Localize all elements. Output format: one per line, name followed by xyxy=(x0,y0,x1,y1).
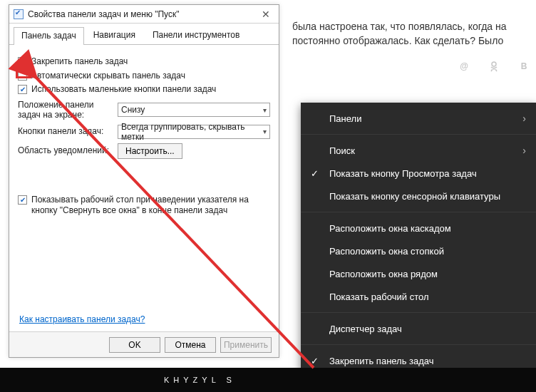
configure-button[interactable]: Настроить... xyxy=(118,143,182,159)
menu-label: Закрепить панель задач xyxy=(329,356,434,366)
dialog-titlebar[interactable]: Свойства панели задач и меню "Пуск" ✕ xyxy=(9,5,279,24)
select-buttons[interactable]: Всегда группировать, скрывать метки ▾ xyxy=(118,125,270,139)
checkbox-peek-desktop[interactable]: Показывать рабочий стол при наведении ук… xyxy=(18,195,270,217)
menu-label: Расположить окна рядом xyxy=(329,269,438,279)
tab-taskbar[interactable]: Панель задач xyxy=(14,27,84,45)
row-notification: Область уведомлений: Настроить... xyxy=(18,143,270,159)
notification-label: Область уведомлений: xyxy=(18,145,112,155)
checkbox-label: Использовать маленькие кнопки панели зад… xyxy=(31,84,216,96)
menu-label: Показать рабочий стол xyxy=(329,292,428,302)
dialog-footer: OK Отмена Применить xyxy=(9,331,279,357)
check-icon: ✓ xyxy=(311,168,319,179)
menu-item-touchkb[interactable]: Показать кнопку сенсорной клавиатуры xyxy=(301,185,536,207)
tab-toolbars[interactable]: Панели инструментов xyxy=(145,26,247,44)
tab-strip: Панель задач Навигация Панели инструмент… xyxy=(9,24,279,45)
chevron-down-icon: ▾ xyxy=(263,128,267,135)
menu-item-cascade[interactable]: Расположить окна каскадом xyxy=(301,217,536,239)
background-article-text: была настроена так, что появлялась, когд… xyxy=(292,20,536,48)
menu-item-taskview[interactable]: ✓ Показать кнопку Просмотра задач xyxy=(301,162,536,185)
checkbox-label: Закрепить панель задач xyxy=(31,56,128,68)
svg-point-0 xyxy=(492,62,496,66)
taskbar-context-menu: Панели › Поиск › ✓ Показать кнопку Просм… xyxy=(301,103,536,392)
menu-item-sidebyside[interactable]: Расположить окна рядом xyxy=(301,262,536,285)
help-link[interactable]: Как настраивать панели задач? xyxy=(19,314,145,324)
row-position: Положение панели задач на экране: Снизу … xyxy=(18,100,270,120)
at-icon[interactable]: @ xyxy=(458,60,470,73)
check-icon: ✓ xyxy=(311,356,319,366)
apply-button[interactable]: Применить xyxy=(220,337,272,353)
tab-navigation[interactable]: Навигация xyxy=(86,26,143,44)
menu-label: Диспетчер задач xyxy=(329,324,402,334)
taskbar-app-text: KHYZYL S xyxy=(164,376,236,384)
vk-icon[interactable]: В xyxy=(517,60,530,73)
checkbox-label: Автоматически скрывать панель задач xyxy=(31,71,185,82)
ok-icon[interactable] xyxy=(488,60,500,73)
chevron-right-icon: › xyxy=(522,145,526,156)
checkbox-small-buttons[interactable]: Использовать маленькие кнопки панели зад… xyxy=(18,84,270,96)
menu-item-desktop[interactable]: Показать рабочий стол xyxy=(301,285,536,308)
buttons-label: Кнопки панели задач: xyxy=(18,126,112,136)
menu-label: Панели xyxy=(329,113,361,124)
menu-label: Показать кнопку Просмотра задач xyxy=(329,168,477,179)
checkbox-lock-taskbar[interactable]: Закрепить панель задач xyxy=(18,56,270,68)
menu-item-stacked[interactable]: Расположить окна стопкой xyxy=(301,239,536,262)
menu-label: Расположить окна каскадом xyxy=(329,223,451,234)
checkbox-label: Показывать рабочий стол при наведении ук… xyxy=(31,195,270,217)
dialog-icon xyxy=(14,9,24,19)
menu-item-search[interactable]: Поиск › xyxy=(301,139,536,162)
chevron-down-icon: ▾ xyxy=(263,106,267,114)
menu-label: Показать кнопку сенсорной клавиатуры xyxy=(329,191,500,202)
select-position[interactable]: Снизу ▾ xyxy=(118,103,270,117)
ok-button[interactable]: OK xyxy=(109,337,160,353)
checkbox-icon xyxy=(18,85,27,94)
chevron-right-icon: › xyxy=(522,113,526,124)
social-icons-row: @ В xyxy=(458,60,530,73)
row-buttons: Кнопки панели задач: Всегда группировать… xyxy=(18,125,270,139)
menu-item-taskmgr[interactable]: Диспетчер задач xyxy=(301,317,536,340)
position-label: Положение панели задач на экране: xyxy=(18,100,112,120)
annotation-highlight-box xyxy=(16,63,31,78)
dialog-title-text: Свойства панели задач и меню "Пуск" xyxy=(28,9,257,19)
menu-label: Поиск xyxy=(329,145,355,156)
taskbar-properties-dialog: Свойства панели задач и меню "Пуск" ✕ Па… xyxy=(9,4,279,358)
dialog-body: Закрепить панель задач Автоматически скр… xyxy=(9,45,279,217)
close-icon[interactable]: ✕ xyxy=(257,9,274,20)
menu-label: Расположить окна стопкой xyxy=(329,246,444,257)
select-value: Снизу xyxy=(121,105,145,115)
cancel-button[interactable]: Отмена xyxy=(165,337,216,353)
select-value: Всегда группировать, скрывать метки xyxy=(121,122,263,142)
taskbar[interactable]: KHYZYL S xyxy=(0,368,536,392)
checkbox-icon xyxy=(18,195,27,205)
menu-item-toolbars[interactable]: Панели › xyxy=(301,107,536,130)
checkbox-autohide[interactable]: Автоматически скрывать панель задач xyxy=(18,71,270,82)
